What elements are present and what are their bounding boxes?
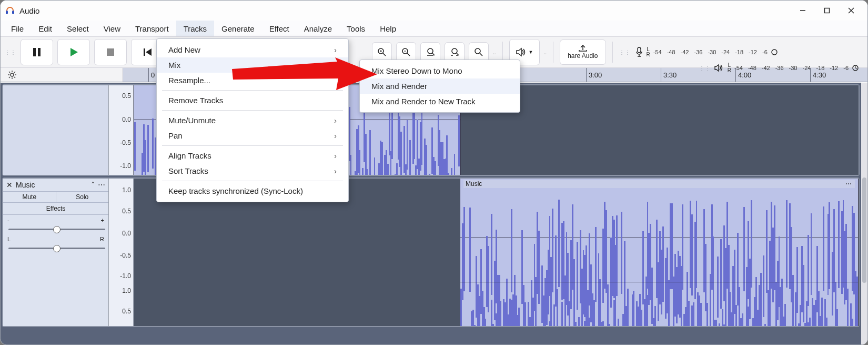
track-2-clip-menu-icon[interactable]: ⋯	[845, 180, 853, 188]
toolbar-overflow-2[interactable]: ..	[544, 50, 547, 55]
tracks-menu-item[interactable]: Keep tracks synchronized (Sync-Lock)	[157, 183, 348, 199]
menubar: FileEditSelectViewTransportTracksGenerat…	[1, 21, 867, 36]
track-2-panel: ✕ Music ˄ ⋯ Mute Solo Effects -+ LR	[3, 179, 109, 326]
timeline-tick: 4:00	[735, 68, 751, 82]
record-meter[interactable]: LR -54-48-42-36-30-24-18-12-6	[635, 47, 778, 57]
share-audio-label: hare Audio	[568, 52, 598, 60]
svg-rect-3	[825, 8, 830, 13]
stop-button[interactable]	[94, 39, 127, 65]
window-controls	[791, 1, 863, 21]
tracks-menu: Add New›Mix›Resample...Remove TracksMute…	[156, 38, 349, 202]
track-2-collapse-icon[interactable]: ˄	[91, 181, 95, 189]
vertical-scrollbar[interactable]	[861, 83, 867, 344]
tracks-menu-item[interactable]: Align Tracks›	[157, 148, 348, 163]
menu-select[interactable]: Select	[59, 21, 96, 36]
app-window: Audio FileEditSelectViewTransportTracksG…	[0, 0, 868, 345]
toolbar-grip[interactable]: ⋮⋮	[5, 50, 16, 55]
svg-line-17	[407, 53, 410, 56]
maximize-button[interactable]	[815, 1, 839, 21]
track-2-name: Music	[16, 181, 88, 189]
menu-help[interactable]: Help	[372, 21, 403, 36]
svg-point-35	[11, 73, 14, 76]
mix-submenu: Mix Stereo Down to MonoMix and RenderMix…	[359, 60, 520, 113]
svg-point-19	[428, 48, 433, 54]
track-2-vscale: 1.0 0.5 0.0 -0.5 -1.0 1.0 0.5	[109, 179, 134, 326]
svg-rect-29	[638, 47, 641, 53]
svg-marker-28	[517, 48, 521, 56]
microphone-icon	[635, 47, 643, 57]
tracks-menu-item[interactable]: Mix›	[157, 57, 348, 73]
app-icon	[5, 5, 15, 16]
tracks-menu-item[interactable]: Mute/Unmute›	[157, 113, 348, 128]
track-2-solo-button[interactable]: Solo	[56, 192, 109, 202]
meter-grip-1[interactable]: ⋮⋮	[619, 50, 631, 55]
svg-line-27	[480, 53, 482, 56]
window-title: Audio	[19, 6, 39, 15]
svg-point-22	[452, 48, 457, 54]
tracks-area: 0.5 0.0 -0.5 -1.0 ✕ Music ˄ ⋯	[1, 83, 861, 344]
scrollbar-thumb[interactable]	[862, 178, 866, 283]
svg-rect-1	[12, 11, 14, 14]
timeline-tick: 4:30	[810, 68, 826, 82]
timeline-options-button[interactable]	[1, 68, 123, 82]
close-button[interactable]	[839, 1, 863, 21]
upload-icon	[578, 45, 588, 52]
svg-line-42	[14, 72, 15, 73]
track-2-menu-icon[interactable]: ⋯	[98, 181, 105, 189]
track-2-mute-button[interactable]: Mute	[3, 192, 56, 202]
svg-rect-6	[33, 48, 36, 56]
menu-file[interactable]: File	[4, 21, 31, 36]
track-1-vscale: 0.5 0.0 -0.5 -1.0	[109, 85, 134, 175]
pause-button[interactable]	[21, 39, 53, 65]
menu-tracks[interactable]: Tracks	[176, 21, 214, 36]
gear-icon	[7, 70, 17, 80]
timeline-tick: 3:00	[586, 68, 602, 82]
svg-marker-8	[70, 48, 78, 56]
track-2-pan-slider[interactable]	[8, 248, 105, 249]
track-2-clip[interactable]: Music ⋯	[460, 179, 859, 326]
svg-line-40	[9, 72, 10, 73]
svg-rect-0	[6, 11, 8, 14]
tracks-menu-item[interactable]: Remove Tracks	[157, 93, 348, 108]
svg-rect-10	[144, 48, 145, 56]
timeline-tick: 0	[148, 68, 155, 82]
svg-marker-11	[146, 48, 152, 56]
track-2-clip-label: Music	[466, 180, 482, 188]
track-1-panel	[3, 85, 109, 175]
svg-line-41	[14, 77, 15, 78]
minimize-button[interactable]	[791, 1, 815, 21]
menu-generate[interactable]: Generate	[214, 21, 262, 36]
track-2[interactable]: ✕ Music ˄ ⋯ Mute Solo Effects -+ LR	[2, 178, 860, 327]
menu-transport[interactable]: Transport	[128, 21, 176, 36]
tracks-menu-item[interactable]: Resample...	[157, 73, 348, 88]
svg-point-26	[475, 48, 480, 54]
svg-line-43	[9, 77, 10, 78]
share-audio-button[interactable]: hare Audio	[560, 40, 605, 65]
svg-rect-9	[107, 48, 114, 56]
record-meter-end-icon	[771, 48, 778, 56]
mix-submenu-item[interactable]: Mix and Render to New Track	[360, 94, 520, 109]
toolbar-overflow[interactable]: ..	[493, 50, 496, 55]
menu-effect[interactable]: Effect	[262, 21, 297, 36]
svg-point-30	[772, 50, 777, 55]
track-2-gain-slider[interactable]	[8, 229, 105, 230]
menu-tools[interactable]: Tools	[339, 21, 372, 36]
tracks-menu-item[interactable]: Sort Tracks›	[157, 163, 348, 179]
svg-rect-7	[38, 48, 41, 56]
tracks-menu-item[interactable]: Add New›	[157, 42, 348, 57]
tracks-menu-item[interactable]: Pan›	[157, 128, 348, 143]
track-2-clip-header[interactable]: Music ⋯	[463, 180, 855, 188]
svg-line-13	[383, 53, 386, 56]
menu-view[interactable]: View	[96, 21, 128, 36]
mix-submenu-item[interactable]: Mix Stereo Down to Mono	[360, 63, 520, 78]
track-2-effects-button[interactable]: Effects	[3, 203, 108, 215]
titlebar: Audio	[1, 1, 867, 21]
menu-analyze[interactable]: Analyze	[297, 21, 339, 36]
mix-submenu-item[interactable]: Mix and Render	[360, 78, 520, 94]
track-2-close-icon[interactable]: ✕	[6, 181, 13, 189]
menu-edit[interactable]: Edit	[31, 21, 59, 36]
timeline-tick: 3:30	[661, 68, 677, 82]
play-button[interactable]	[57, 39, 90, 65]
